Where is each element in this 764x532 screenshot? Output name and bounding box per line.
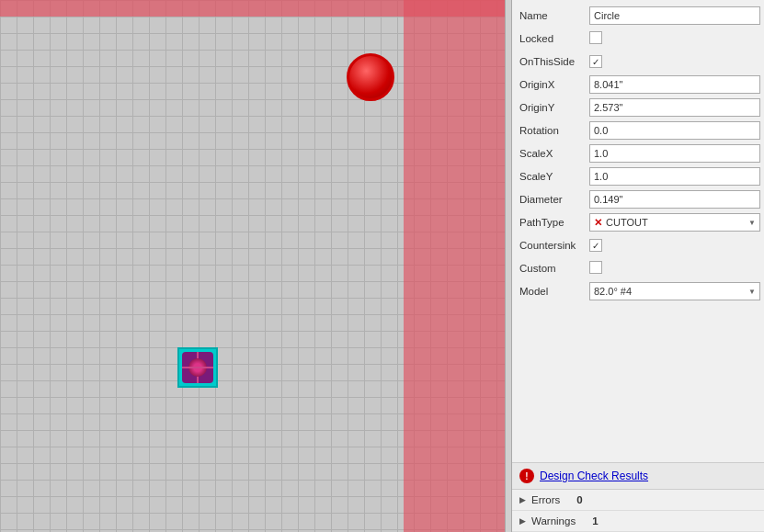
prop-dropdown-pathtype[interactable]: ✕CUTOUT▼	[589, 213, 760, 232]
prop-label-onthisside: OnThisSide	[516, 56, 589, 67]
prop-label-countersink: Countersink	[516, 240, 589, 251]
prop-input-name[interactable]	[589, 6, 760, 25]
prop-row-rotation: Rotation	[516, 120, 760, 141]
right-panel: NameLockedOnThisSideOriginXOriginYRotati…	[512, 0, 764, 532]
prop-row-originy: OriginY	[516, 97, 760, 118]
prop-input-scalex[interactable]	[589, 144, 760, 163]
prop-label-custom: Custom	[516, 263, 589, 274]
prop-input-diameter[interactable]	[589, 190, 760, 209]
prop-label-name: Name	[516, 10, 589, 21]
warnings-count: 1	[592, 515, 598, 526]
properties-panel: NameLockedOnThisSideOriginXOriginYRotati…	[512, 0, 764, 462]
prop-input-originx[interactable]	[589, 75, 760, 94]
cutout-text: CUTOUT	[606, 217, 648, 228]
prop-row-originx: OriginX	[516, 74, 760, 95]
prop-checkbox-custom[interactable]	[589, 261, 602, 274]
prop-checkbox-countersink[interactable]	[589, 239, 602, 252]
cutout-icon: ✕	[594, 217, 602, 229]
prop-label-pathtype: PathType	[516, 217, 589, 228]
small-component[interactable]	[177, 347, 218, 388]
component-outer	[177, 347, 218, 388]
warnings-arrow: ▶	[519, 516, 526, 526]
prop-row-locked: Locked	[516, 28, 760, 49]
dropdown-text-model: 82.0° #4	[594, 286, 632, 297]
warnings-row[interactable]: ▶ Warnings 1	[512, 511, 764, 532]
prop-label-rotation: Rotation	[516, 125, 589, 136]
prop-input-originy[interactable]	[589, 98, 760, 117]
component-circle	[188, 358, 207, 377]
red-right-band	[404, 0, 505, 532]
prop-row-onthisside: OnThisSide	[516, 51, 760, 72]
prop-label-diameter: Diameter	[516, 194, 589, 205]
prop-row-pathtype: PathType✕CUTOUT▼	[516, 212, 760, 232]
prop-label-model: Model	[516, 286, 589, 297]
prop-checkbox-locked[interactable]	[589, 31, 602, 44]
prop-row-diameter: Diameter	[516, 189, 760, 209]
warnings-label: Warnings	[531, 515, 576, 526]
prop-label-locked: Locked	[516, 33, 589, 44]
design-check-header: ! Design Check Results	[512, 463, 764, 490]
errors-arrow: ▶	[519, 495, 526, 504]
prop-label-scalex: ScaleX	[516, 148, 589, 159]
canvas-area[interactable]	[0, 0, 505, 532]
dropdown-arrow-model: ▼	[748, 288, 756, 296]
prop-label-originy: OriginY	[516, 102, 589, 113]
design-check-title[interactable]: Design Check Results	[540, 470, 648, 482]
prop-label-scaley: ScaleY	[516, 171, 589, 182]
prop-row-name: Name	[516, 6, 760, 26]
prop-dropdown-model[interactable]: 82.0° #4▼	[589, 282, 760, 300]
prop-row-countersink: Countersink	[516, 235, 760, 255]
bottom-section: ! Design Check Results ▶ Errors 0 ▶ Warn…	[512, 462, 764, 532]
prop-row-custom: Custom	[516, 258, 760, 278]
errors-row[interactable]: ▶ Errors 0	[512, 490, 764, 511]
prop-row-scaley: ScaleY	[516, 166, 760, 187]
prop-row-scalex: ScaleX	[516, 143, 760, 164]
prop-checkbox-onthisside[interactable]	[589, 55, 602, 68]
prop-row-model: Model82.0° #4▼	[516, 281, 760, 301]
prop-input-rotation[interactable]	[589, 121, 760, 140]
component-inner	[182, 352, 213, 383]
panel-divider	[505, 0, 512, 532]
errors-label: Errors	[531, 494, 560, 505]
dropdown-arrow-pathtype: ▼	[748, 219, 756, 227]
info-icon: !	[519, 469, 534, 483]
errors-count: 0	[576, 494, 582, 505]
prop-label-originx: OriginX	[516, 79, 589, 90]
red-circle-element[interactable]	[347, 53, 394, 101]
prop-input-scaley[interactable]	[589, 167, 760, 186]
